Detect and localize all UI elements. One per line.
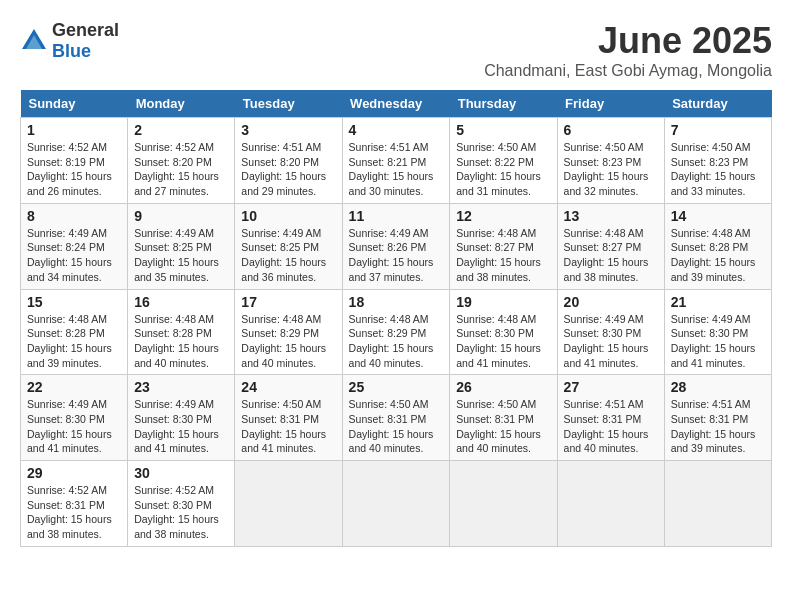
calendar-cell: 21Sunrise: 4:49 AMSunset: 8:30 PMDayligh… [664,289,771,375]
col-header-wednesday: Wednesday [342,90,450,118]
day-info: Sunrise: 4:48 AMSunset: 8:28 PMDaylight:… [134,312,228,371]
week-row-2: 8Sunrise: 4:49 AMSunset: 8:24 PMDaylight… [21,203,772,289]
day-number: 9 [134,208,228,224]
calendar-cell: 24Sunrise: 4:50 AMSunset: 8:31 PMDayligh… [235,375,342,461]
logo: General Blue [20,20,119,62]
day-number: 28 [671,379,765,395]
day-info: Sunrise: 4:48 AMSunset: 8:29 PMDaylight:… [349,312,444,371]
day-info: Sunrise: 4:49 AMSunset: 8:30 PMDaylight:… [564,312,658,371]
calendar-cell: 7Sunrise: 4:50 AMSunset: 8:23 PMDaylight… [664,118,771,204]
calendar-cell: 27Sunrise: 4:51 AMSunset: 8:31 PMDayligh… [557,375,664,461]
day-number: 14 [671,208,765,224]
week-row-5: 29Sunrise: 4:52 AMSunset: 8:31 PMDayligh… [21,461,772,547]
day-info: Sunrise: 4:48 AMSunset: 8:30 PMDaylight:… [456,312,550,371]
calendar-cell: 23Sunrise: 4:49 AMSunset: 8:30 PMDayligh… [128,375,235,461]
header-row: SundayMondayTuesdayWednesdayThursdayFrid… [21,90,772,118]
day-number: 12 [456,208,550,224]
logo-blue: Blue [52,41,91,61]
calendar-cell: 5Sunrise: 4:50 AMSunset: 8:22 PMDaylight… [450,118,557,204]
day-info: Sunrise: 4:52 AMSunset: 8:30 PMDaylight:… [134,483,228,542]
col-header-sunday: Sunday [21,90,128,118]
day-number: 10 [241,208,335,224]
day-info: Sunrise: 4:50 AMSunset: 8:31 PMDaylight:… [456,397,550,456]
day-info: Sunrise: 4:50 AMSunset: 8:31 PMDaylight:… [349,397,444,456]
day-info: Sunrise: 4:49 AMSunset: 8:30 PMDaylight:… [134,397,228,456]
day-info: Sunrise: 4:49 AMSunset: 8:25 PMDaylight:… [241,226,335,285]
calendar-cell [235,461,342,547]
day-number: 18 [349,294,444,310]
day-info: Sunrise: 4:48 AMSunset: 8:28 PMDaylight:… [27,312,121,371]
day-info: Sunrise: 4:50 AMSunset: 8:22 PMDaylight:… [456,140,550,199]
calendar-cell: 18Sunrise: 4:48 AMSunset: 8:29 PMDayligh… [342,289,450,375]
calendar-cell: 8Sunrise: 4:49 AMSunset: 8:24 PMDaylight… [21,203,128,289]
calendar-cell: 9Sunrise: 4:49 AMSunset: 8:25 PMDaylight… [128,203,235,289]
day-number: 4 [349,122,444,138]
col-header-tuesday: Tuesday [235,90,342,118]
calendar-cell: 1Sunrise: 4:52 AMSunset: 8:19 PMDaylight… [21,118,128,204]
day-info: Sunrise: 4:50 AMSunset: 8:23 PMDaylight:… [564,140,658,199]
calendar-cell: 15Sunrise: 4:48 AMSunset: 8:28 PMDayligh… [21,289,128,375]
calendar-cell: 14Sunrise: 4:48 AMSunset: 8:28 PMDayligh… [664,203,771,289]
calendar-cell: 29Sunrise: 4:52 AMSunset: 8:31 PMDayligh… [21,461,128,547]
calendar-cell: 11Sunrise: 4:49 AMSunset: 8:26 PMDayligh… [342,203,450,289]
day-number: 24 [241,379,335,395]
day-number: 1 [27,122,121,138]
title-area: June 2025 Chandmani, East Gobi Aymag, Mo… [484,20,772,80]
week-row-1: 1Sunrise: 4:52 AMSunset: 8:19 PMDaylight… [21,118,772,204]
day-number: 27 [564,379,658,395]
day-number: 6 [564,122,658,138]
day-info: Sunrise: 4:52 AMSunset: 8:20 PMDaylight:… [134,140,228,199]
logo-general: General [52,20,119,40]
day-number: 15 [27,294,121,310]
col-header-saturday: Saturday [664,90,771,118]
day-number: 22 [27,379,121,395]
location-title: Chandmani, East Gobi Aymag, Mongolia [484,62,772,80]
day-info: Sunrise: 4:49 AMSunset: 8:25 PMDaylight:… [134,226,228,285]
calendar-cell: 30Sunrise: 4:52 AMSunset: 8:30 PMDayligh… [128,461,235,547]
week-row-4: 22Sunrise: 4:49 AMSunset: 8:30 PMDayligh… [21,375,772,461]
day-number: 11 [349,208,444,224]
day-number: 26 [456,379,550,395]
logo-icon [20,27,48,55]
day-info: Sunrise: 4:48 AMSunset: 8:28 PMDaylight:… [671,226,765,285]
calendar-cell: 28Sunrise: 4:51 AMSunset: 8:31 PMDayligh… [664,375,771,461]
calendar-cell: 16Sunrise: 4:48 AMSunset: 8:28 PMDayligh… [128,289,235,375]
col-header-thursday: Thursday [450,90,557,118]
day-number: 2 [134,122,228,138]
calendar-cell: 26Sunrise: 4:50 AMSunset: 8:31 PMDayligh… [450,375,557,461]
calendar-cell: 3Sunrise: 4:51 AMSunset: 8:20 PMDaylight… [235,118,342,204]
day-number: 19 [456,294,550,310]
calendar-cell: 22Sunrise: 4:49 AMSunset: 8:30 PMDayligh… [21,375,128,461]
calendar-cell: 17Sunrise: 4:48 AMSunset: 8:29 PMDayligh… [235,289,342,375]
day-info: Sunrise: 4:48 AMSunset: 8:27 PMDaylight:… [456,226,550,285]
calendar-cell: 13Sunrise: 4:48 AMSunset: 8:27 PMDayligh… [557,203,664,289]
day-info: Sunrise: 4:49 AMSunset: 8:30 PMDaylight:… [671,312,765,371]
day-number: 13 [564,208,658,224]
day-info: Sunrise: 4:50 AMSunset: 8:31 PMDaylight:… [241,397,335,456]
day-info: Sunrise: 4:49 AMSunset: 8:24 PMDaylight:… [27,226,121,285]
day-number: 20 [564,294,658,310]
day-info: Sunrise: 4:51 AMSunset: 8:31 PMDaylight:… [564,397,658,456]
calendar-table: SundayMondayTuesdayWednesdayThursdayFrid… [20,90,772,547]
calendar-cell: 19Sunrise: 4:48 AMSunset: 8:30 PMDayligh… [450,289,557,375]
day-info: Sunrise: 4:48 AMSunset: 8:29 PMDaylight:… [241,312,335,371]
calendar-cell [664,461,771,547]
day-number: 29 [27,465,121,481]
day-number: 23 [134,379,228,395]
day-info: Sunrise: 4:48 AMSunset: 8:27 PMDaylight:… [564,226,658,285]
calendar-cell: 10Sunrise: 4:49 AMSunset: 8:25 PMDayligh… [235,203,342,289]
day-number: 8 [27,208,121,224]
month-title: June 2025 [484,20,772,62]
calendar-cell [450,461,557,547]
day-info: Sunrise: 4:51 AMSunset: 8:21 PMDaylight:… [349,140,444,199]
calendar-cell: 25Sunrise: 4:50 AMSunset: 8:31 PMDayligh… [342,375,450,461]
calendar-cell [557,461,664,547]
day-number: 25 [349,379,444,395]
calendar-cell [342,461,450,547]
calendar-cell: 4Sunrise: 4:51 AMSunset: 8:21 PMDaylight… [342,118,450,204]
day-number: 16 [134,294,228,310]
day-number: 21 [671,294,765,310]
page-header: General Blue June 2025 Chandmani, East G… [20,20,772,80]
calendar-cell: 20Sunrise: 4:49 AMSunset: 8:30 PMDayligh… [557,289,664,375]
day-number: 30 [134,465,228,481]
